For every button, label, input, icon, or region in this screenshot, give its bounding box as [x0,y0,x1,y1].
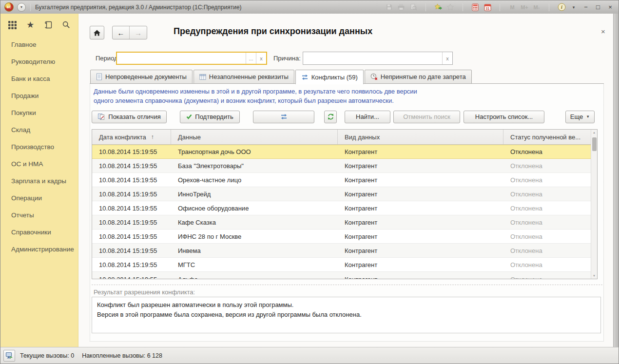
refresh-button[interactable] [324,111,337,123]
calendar-icon[interactable]: 31 [483,3,492,12]
cell-data-kind: Контрагент [338,272,503,279]
titlebar: 1С ▾ Бухгалтерия предприятия, редакция 3… [0,0,619,14]
server-calls-button[interactable] [3,350,15,362]
cell-conflict-date: 10.08.2014 15:19:55 [92,145,171,158]
conflicts-panel: Данные были одновременно изменены в этой… [90,83,604,342]
show-differences-button[interactable]: Показать отличия [92,111,167,123]
reason-input[interactable] [303,52,442,64]
sidebar-item[interactable]: Операции [0,190,78,207]
find-button[interactable]: Найти... [345,111,390,123]
table-row[interactable]: 10.08.2014 15:19:55 ИФНС 28 по г Москве … [92,230,591,244]
svg-text:31: 31 [485,7,489,10]
column-header-data-kind[interactable]: Вид данных [338,130,503,144]
home-icon [93,29,101,37]
minimize-button[interactable]: − [581,3,590,11]
close-window-button[interactable]: × [606,3,615,11]
memory-mplus-icon[interactable]: M+ [520,3,529,12]
search-icon[interactable] [62,20,71,29]
main-menu-button[interactable]: ▾ [17,3,26,12]
cell-status: Отклонена [503,272,591,279]
forward-button[interactable]: → [130,26,147,39]
sidebar-item[interactable]: Главное [0,36,78,53]
sidebar-item[interactable]: Продажи [0,87,78,104]
tab-conflicts[interactable]: Конфликты (59) [295,70,364,84]
memory-m-icon[interactable]: M [508,3,517,12]
sidebar-item[interactable]: Склад [0,121,78,138]
table-row[interactable]: 10.08.2014 15:19:55 Транспортная дочь ОО… [92,145,591,159]
column-header-conflict-date[interactable]: Дата конфликта ↑ [92,130,171,144]
info-icon[interactable]: i [557,3,566,12]
reason-clear-button[interactable]: x [442,52,452,64]
sidebar-item[interactable]: Руководителю [0,53,78,70]
tab-rejected-by-date[interactable]: Непринятые по дате запрета [365,70,472,84]
sidebar-item[interactable]: Справочники [0,224,78,241]
table-row[interactable]: 10.08.2014 15:19:55 Инвема Контрагент От… [92,244,591,258]
statusbar: Текущие вызовы: 0 Накопленные вызовы: 6 … [0,347,619,364]
back-button[interactable]: ← [113,26,130,39]
column-header-status[interactable]: Статус полученной ве... [503,130,591,144]
sidebar-item-label: Продажи [11,92,39,99]
conflict-description-line1: Данные были одновременно изменены в этой… [94,87,417,96]
cancel-search-button[interactable]: Отменить поиск [393,111,460,123]
tab-unposted-documents[interactable]: Непроведенные документы [90,70,193,84]
period-clear-button[interactable]: x [256,53,266,64]
sidebar-item[interactable]: Покупки [0,104,78,121]
logo-text: 1С [7,5,11,9]
sidebar-item-label: Отчеты [11,211,34,219]
sidebar-item[interactable]: Администрирование [0,241,78,258]
table-row[interactable]: 10.08.2014 15:19:55 Кафе Сказка Контраге… [92,215,591,230]
scrollbar-thumb[interactable] [592,137,597,151]
period-input[interactable] [117,53,246,64]
table-row[interactable]: 10.08.2014 15:19:55 Офисное оборудование… [92,201,591,215]
sections-menu-icon[interactable] [8,20,17,30]
sidebar-item-label: Операции [11,194,42,202]
scroll-down-icon[interactable]: ▼ [591,274,597,277]
configure-list-button[interactable]: Настроить список... [464,111,544,123]
svg-text:i: i [561,4,562,10]
close-form-icon[interactable]: × [601,27,605,36]
calculator-icon[interactable] [471,3,480,12]
button-label: Найти... [356,113,379,120]
info-caret-icon[interactable]: ▾ [569,3,578,12]
sidebar-item[interactable]: Производство [0,138,78,155]
titlebar-separator [463,3,463,11]
more-button[interactable]: Еще ▼ [565,111,595,123]
period-choose-button[interactable]: ... [246,53,256,64]
cell-status: Отклонена [503,145,591,158]
add-favorite-icon[interactable] [434,3,443,12]
save-icon[interactable] [385,3,393,12]
maximize-button[interactable]: □ [594,3,602,11]
favorites-star-icon[interactable]: ★ [26,20,34,29]
sidebar-item[interactable]: Отчеты [0,207,78,224]
table-row[interactable]: 10.08.2014 15:19:55 МГТС Контрагент Откл… [92,258,591,272]
table-body: 10.08.2014 15:19:55 Транспортная дочь ОО… [92,145,591,279]
column-header-data[interactable]: Данные [171,130,338,144]
table-row[interactable]: 10.08.2014 15:19:55 ИнноТрейд Контрагент… [92,187,591,201]
confirm-button[interactable]: Подтвердить [180,111,240,123]
table-row[interactable]: 10.08.2014 15:19:55 Орехов-частное лицо … [92,173,591,187]
window-scrollbar[interactable] [613,14,619,347]
sidebar-item[interactable]: Банк и касса [0,70,78,87]
tab-unfilled-attributes[interactable]: Незаполненные реквизиты [193,70,294,84]
sidebar-item-label: Покупки [11,109,36,116]
memory-mminus-icon[interactable]: M- [532,3,541,12]
tab-label: Непроведенные документы [105,73,187,80]
cell-data-kind: Контрагент [338,187,503,201]
table-row[interactable]: 10.08.2014 15:19:55 Альфа Контрагент Отк… [92,272,591,279]
favorites-icon[interactable] [446,3,455,12]
sidebar-item[interactable]: ОС и НМА [0,155,78,172]
cell-status: Отклонена [503,187,591,201]
current-calls-counter: Текущие вызовы: 0 [20,352,74,359]
cell-conflict-date: 10.08.2014 15:19:55 [92,201,171,215]
print-preview-icon[interactable] [409,3,418,12]
table-scrollbar[interactable]: ▲ ▼ [591,130,597,279]
cell-conflict-date: 10.08.2014 15:19:55 [92,173,171,187]
review-button[interactable] [253,111,314,123]
table-row[interactable]: 10.08.2014 15:19:55 База "Электротовары"… [92,159,591,173]
history-icon[interactable] [44,20,53,29]
home-button[interactable] [90,26,104,39]
page-title: Предупреждения при синхронизации данных [174,26,372,37]
scroll-up-icon[interactable]: ▲ [591,131,597,134]
print-icon[interactable] [397,3,406,12]
sidebar-item[interactable]: Зарплата и кадры [0,172,78,190]
